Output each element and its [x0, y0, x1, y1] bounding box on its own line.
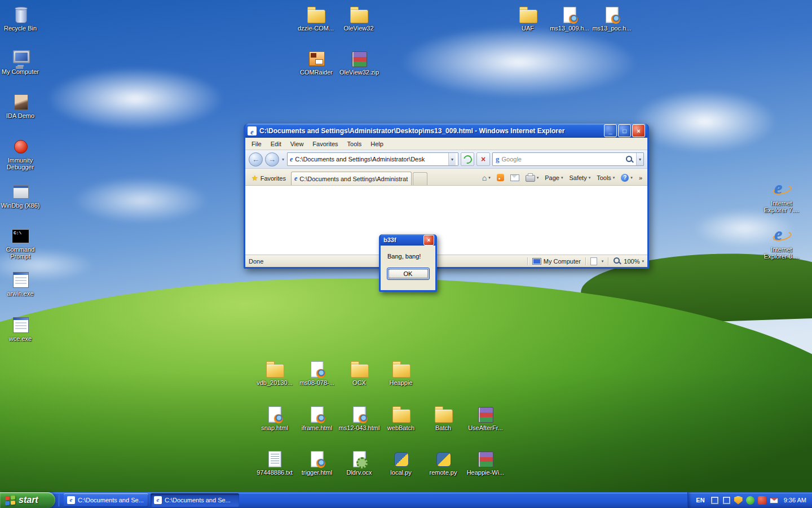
desktop-icon-internet-explorer-7[interactable]: e Internet Explorer 7....: [760, 179, 803, 213]
tools-menu-button[interactable]: Tools▾: [594, 173, 617, 183]
page-content[interactable]: [245, 186, 647, 255]
zoom-dropdown-icon[interactable]: ▾: [642, 259, 644, 264]
new-tab-button[interactable]: [413, 172, 427, 185]
desktop-icon-local-py[interactable]: local.py: [379, 449, 422, 476]
menu-item-file[interactable]: File: [248, 139, 266, 148]
menu-item-edit[interactable]: Edit: [267, 139, 285, 148]
maximize-button[interactable]: □: [618, 124, 631, 137]
tray-network-icon[interactable]: [722, 496, 731, 505]
stop-icon: ×: [481, 155, 486, 163]
desktop-icon-label: local.py: [379, 469, 422, 476]
windows-flag-icon: [5, 496, 16, 505]
minimize-button[interactable]: _: [604, 124, 617, 137]
home-button[interactable]: ⌂▾: [479, 172, 493, 183]
menu-item-help[interactable]: Help: [367, 139, 387, 148]
page-menu-button[interactable]: Page▾: [542, 173, 566, 183]
tray-alert-icon[interactable]: [758, 496, 766, 505]
desktop-icon-my-computer[interactable]: My Computer: [0, 48, 42, 75]
language-indicator[interactable]: EN: [696, 497, 707, 503]
desktop-icon-ms13-009[interactable]: ms13_009.h...: [548, 5, 591, 32]
desktop-icon-recycle-bin[interactable]: Recycle Bin: [0, 5, 42, 32]
desktop-icon-dldrv-ocx[interactable]: Dldrv.ocx: [338, 449, 381, 476]
desktop-icon-useafterfr[interactable]: UseAfterFr...: [464, 404, 507, 431]
address-text[interactable]: C:\Documents and Settings\Administrator\…: [295, 156, 446, 163]
forward-button[interactable]: →: [265, 152, 279, 167]
desktop-icon-internet-explorer-8[interactable]: e Internet Explorer 8....: [760, 226, 803, 260]
read-mail-button[interactable]: [508, 173, 522, 183]
python-file-icon: [433, 449, 453, 468]
zoom-control[interactable]: 100% ▾: [613, 257, 644, 265]
desktop-icon-oleview32-zip[interactable]: OleView32.zip: [338, 49, 381, 76]
taskbar-task-2[interactable]: e C:\Documents and Se...: [151, 493, 239, 507]
taskbar: start e C:\Documents and Se... e C:\Docu…: [0, 492, 812, 508]
desktop-icon-oleview32[interactable]: OleView32: [337, 5, 380, 32]
address-bar[interactable]: e C:\Documents and Settings\Administrato…: [287, 152, 458, 166]
firefox-html-icon: [307, 449, 327, 468]
start-button[interactable]: start: [0, 492, 55, 508]
desktop-icon-dzzie-com[interactable]: dzzie-COM...: [294, 5, 337, 32]
folder-icon: [306, 5, 326, 24]
desktop-icon-immunity-debugger[interactable]: Immunity Debugger: [0, 137, 42, 170]
desktop-icon-ida-demo[interactable]: IDA Demo: [0, 92, 42, 119]
back-button[interactable]: ←: [249, 152, 263, 167]
desktop-icon-comraider[interactable]: COMRaider: [295, 49, 338, 76]
refresh-button[interactable]: [461, 152, 474, 166]
menu-item-tools[interactable]: Tools: [343, 139, 366, 148]
desktop-icon-webbatch[interactable]: webBatch: [379, 404, 422, 431]
browser-tab[interactable]: e C:\Documents and Settings\Administrat.…: [291, 172, 412, 185]
protected-mode-icon[interactable]: [590, 257, 597, 265]
tray-display-icon[interactable]: [710, 496, 719, 505]
desktop-icon-batch[interactable]: Batch: [422, 404, 465, 431]
desktop-icon-snap-html[interactable]: snap.html: [253, 404, 296, 431]
search-dropdown-icon[interactable]: ▾: [636, 153, 643, 165]
desktop-icon-trigger-html[interactable]: trigger.html: [295, 449, 338, 476]
safety-menu-button[interactable]: Safety▾: [566, 173, 593, 183]
desktop-icon-uaf[interactable]: UAF: [506, 5, 549, 32]
taskbar-task-1[interactable]: e C:\Documents and Se...: [64, 493, 148, 507]
desktop-icon-ms12-043-html[interactable]: ms12-043.html: [338, 404, 381, 431]
search-box[interactable]: g Google ▾: [492, 152, 644, 166]
desktop-icon-heappie-wi[interactable]: Heappie-Wi...: [464, 449, 507, 476]
folder-icon: [391, 404, 411, 423]
desktop-icon-arwin-exe[interactable]: arwin.exe: [0, 270, 42, 297]
print-button[interactable]: ▾: [523, 172, 542, 183]
feeds-button[interactable]: [494, 172, 507, 183]
desktop-icon-ms08-078[interactable]: ms08-078-...: [295, 359, 338, 386]
desktop-icon-ms13-poc[interactable]: ms13_poc.h...: [590, 5, 633, 32]
desktop-icon-windbg[interactable]: WinDbg (X86): [0, 182, 42, 209]
desktop-icon-vdb[interactable]: vdb_20130...: [253, 359, 296, 386]
clock[interactable]: 9:36 AM: [782, 497, 806, 503]
dialog-ok-button[interactable]: OK: [387, 268, 430, 280]
favorites-button[interactable]: ★ Favorites: [248, 172, 290, 185]
firefox-html-icon: [307, 359, 327, 378]
menu-item-favorites[interactable]: Favorites: [308, 139, 342, 148]
tray-mail-icon[interactable]: [770, 498, 778, 503]
tray-security-icon[interactable]: [734, 496, 743, 505]
desktop-icon-heappie[interactable]: Heappie: [379, 359, 422, 386]
close-button[interactable]: ×: [632, 124, 645, 137]
stop-button[interactable]: ×: [476, 152, 490, 166]
desktop-icon-command-prompt[interactable]: Command Prompt: [0, 226, 42, 260]
search-magnifier-icon[interactable]: [625, 155, 634, 164]
window-titlebar[interactable]: e C:\Documents and Settings\Administrato…: [245, 124, 647, 138]
menu-item-view[interactable]: View: [286, 139, 308, 148]
help-button[interactable]: ?▾: [618, 172, 636, 183]
desktop-icon-ocx[interactable]: OCX: [338, 359, 381, 386]
desktop-icon-97448886-txt[interactable]: 97448886.txt: [253, 449, 296, 476]
address-dropdown-icon[interactable]: ▾: [448, 153, 456, 165]
desktop-icon-remote-py[interactable]: remote.py: [422, 449, 465, 476]
ocx-gear-icon: [349, 449, 369, 468]
winrar-archive-icon: [349, 49, 369, 68]
toolbar-overflow-chevron[interactable]: »: [636, 173, 645, 183]
tray-messenger-icon[interactable]: [746, 496, 754, 505]
history-dropdown-icon[interactable]: ▾: [281, 157, 285, 162]
comraider-app-icon: [306, 49, 326, 68]
desktop-icon-iframe-html[interactable]: iframe.html: [295, 404, 338, 431]
search-text[interactable]: Google: [502, 156, 623, 163]
dialog-titlebar[interactable]: b33f ×: [381, 234, 435, 246]
zone-dropdown-icon[interactable]: ▾: [602, 259, 604, 264]
firefox-html-icon: [264, 404, 285, 423]
desktop-icon-label: ms13_009.h...: [548, 25, 591, 32]
dialog-close-button[interactable]: ×: [423, 235, 434, 246]
desktop-icon-wce-exe[interactable]: wce.exe: [0, 315, 42, 342]
